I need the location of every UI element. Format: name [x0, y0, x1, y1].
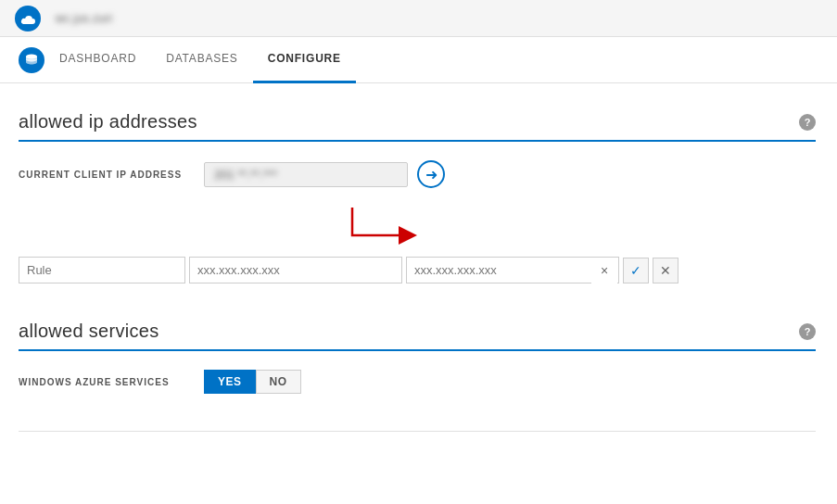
rule-name-input[interactable] — [19, 257, 185, 284]
allowed-services-help-icon[interactable]: ? — [799, 323, 816, 340]
allowed-services-header: allowed services ? — [19, 321, 816, 351]
nav-bar: DASHBOARD DATABASES CONFIGURE — [0, 37, 837, 83]
nav-configure[interactable]: CONFIGURE — [253, 37, 356, 83]
current-ip-value: 201 **.**.*** — [204, 162, 408, 187]
current-ip-label: CURRENT CLIENT IP ADDRESS — [19, 170, 204, 180]
confirm-rule-button[interactable]: ✓ — [623, 258, 649, 284]
main-content: allowed ip addresses ? CURRENT CLIENT IP… — [0, 83, 834, 460]
add-ip-button[interactable]: ➜ — [417, 160, 445, 188]
ip-end-input[interactable] — [406, 257, 619, 284]
arrow-area — [204, 203, 816, 249]
bottom-divider — [19, 431, 816, 432]
current-ip-row: CURRENT CLIENT IP ADDRESS 201 **.**.*** … — [19, 160, 816, 188]
nav-dashboard[interactable]: DASHBOARD — [59, 37, 151, 83]
nav-db-icon — [19, 47, 44, 73]
db-icon-svg — [24, 53, 39, 68]
allowed-ip-header: allowed ip addresses ? — [19, 111, 816, 142]
logo-text: wc.jus.zuri — [56, 12, 113, 25]
no-button[interactable]: NO — [256, 370, 301, 394]
yes-button[interactable]: YES — [204, 370, 256, 394]
ip-start-input[interactable] — [189, 257, 402, 284]
nav-databases[interactable]: DATABASES — [151, 37, 252, 83]
ip-end-clear-button[interactable]: × — [591, 258, 617, 284]
allowed-ip-title: allowed ip addresses — [19, 111, 197, 132]
windows-azure-row: WINDOWS AZURE SERVICES YES NO — [19, 370, 816, 394]
allowed-ip-section: allowed ip addresses ? CURRENT CLIENT IP… — [19, 111, 816, 284]
ip-rule-row: × ✓ ✕ — [19, 257, 816, 284]
logo-area: wc.jus.zuri — [15, 6, 113, 32]
cloud-icon — [20, 11, 35, 26]
ip-value-text: 201 **.**.*** — [214, 168, 277, 182]
windows-azure-label: WINDOWS AZURE SERVICES — [19, 377, 204, 387]
add-ip-arrow-icon: ➜ — [425, 166, 438, 183]
arrow-svg — [334, 203, 445, 249]
allowed-services-section: allowed services ? WINDOWS AZURE SERVICE… — [19, 321, 816, 394]
allowed-ip-help-icon[interactable]: ? — [799, 114, 816, 131]
allowed-services-title: allowed services — [19, 321, 159, 342]
azure-logo-icon — [15, 6, 41, 32]
cancel-rule-button[interactable]: ✕ — [653, 258, 678, 284]
ip-end-container: × — [406, 257, 619, 284]
top-bar: wc.jus.zuri — [0, 0, 837, 37]
